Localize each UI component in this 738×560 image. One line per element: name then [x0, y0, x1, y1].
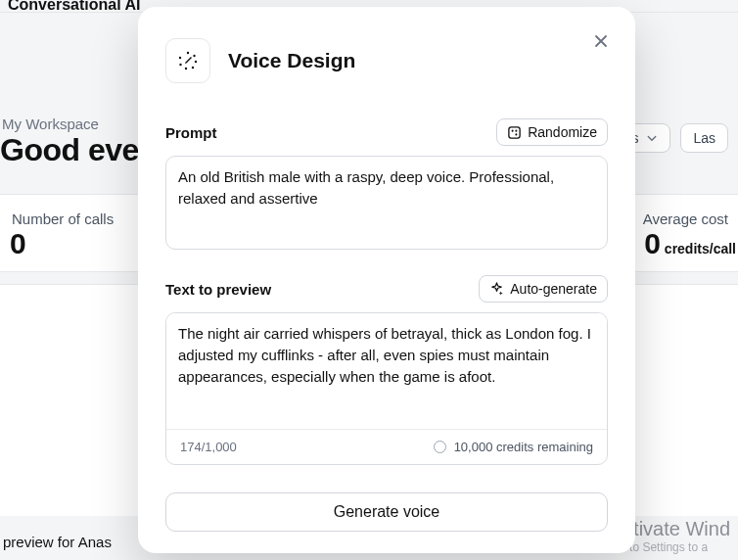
average-cost-value-wrap: 0 credits/call	[644, 227, 736, 260]
average-cost-value: 0	[644, 227, 661, 260]
radio-icon	[434, 441, 446, 453]
last-filter[interactable]: Las	[680, 123, 728, 153]
randomize-button[interactable]: Randomize	[496, 118, 608, 146]
average-cost-unit: credits/call	[665, 241, 736, 257]
svg-point-3	[192, 67, 194, 69]
close-icon	[594, 34, 608, 48]
randomize-icon	[507, 125, 522, 140]
preview-section: Text to preview Auto-generate 174/1,000 …	[165, 275, 608, 465]
credits-text: 10,000 credits remaining	[454, 440, 593, 454]
average-cost-label: Average cost	[643, 210, 728, 227]
auto-generate-button[interactable]: Auto-generate	[479, 275, 608, 303]
svg-point-5	[179, 64, 181, 66]
credits-remaining[interactable]: 10,000 credits remaining	[434, 440, 593, 454]
svg-point-2	[195, 61, 197, 63]
svg-point-8	[512, 129, 514, 131]
preview-box: 174/1,000 10,000 credits remaining	[165, 312, 608, 465]
voice-design-modal: Voice Design Prompt Randomize Text to pr…	[138, 7, 635, 553]
prompt-section: Prompt Randomize	[165, 118, 608, 254]
svg-point-1	[193, 55, 195, 57]
voice-design-logo	[165, 38, 210, 83]
voice-design-icon	[175, 48, 201, 73]
preview-textarea[interactable]	[166, 313, 607, 429]
svg-point-0	[187, 52, 189, 54]
randomize-label: Randomize	[528, 124, 597, 140]
last-filter-label: Las	[693, 130, 715, 146]
close-button[interactable]	[588, 28, 614, 54]
number-of-calls-label: Number of calls	[12, 210, 114, 227]
char-count: 174/1,000	[180, 440, 237, 454]
sparkle-icon	[489, 282, 504, 297]
modal-header: Voice Design	[165, 38, 608, 83]
svg-point-9	[516, 133, 518, 135]
bottom-preview-text: preview for Anas	[3, 534, 112, 550]
svg-point-6	[179, 57, 181, 59]
generate-voice-button[interactable]: Generate voice	[165, 492, 608, 532]
preview-label: Text to preview	[165, 281, 271, 298]
modal-title: Voice Design	[228, 49, 355, 72]
prompt-label: Prompt	[165, 124, 217, 141]
svg-point-4	[185, 68, 187, 70]
prompt-textarea[interactable]	[165, 156, 608, 250]
workspace-label: My Workspace	[2, 116, 99, 132]
auto-generate-label: Auto-generate	[510, 281, 597, 297]
number-of-calls-value: 0	[10, 227, 26, 260]
preview-footer: 174/1,000 10,000 credits remaining	[166, 429, 607, 464]
chevron-down-icon	[646, 132, 658, 144]
svg-point-10	[516, 129, 518, 131]
svg-rect-7	[509, 126, 520, 137]
